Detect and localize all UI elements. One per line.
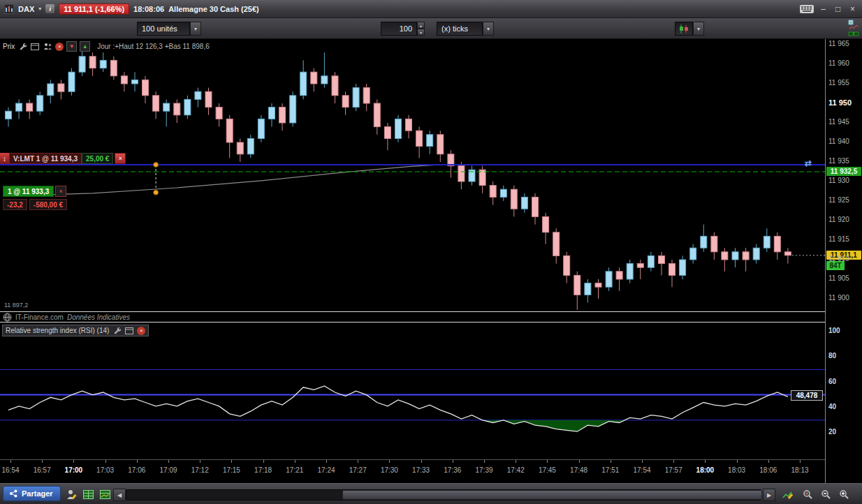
magnifier-minus-icon [821,489,831,500]
order-drag-grip-icon[interactable]: ↕ [0,153,9,164]
close-pane-icon[interactable]: × [55,43,64,51]
order-line-marker-icon[interactable]: ⇄ [805,158,812,168]
time-tick [200,460,200,463]
cancel-order-button[interactable]: × [115,153,126,164]
price-tick-label: 11 900 [828,294,861,302]
rsi-wrench-icon[interactable] [112,326,122,335]
maximize-button[interactable]: □ [833,0,843,18]
time-tick [10,460,11,463]
time-tick-label: 17:36 [440,466,465,474]
time-tick [263,460,264,463]
chart-area: Prix × ▼ ▲ Jour :+Haut 12 126,3 +Bas 11 … [0,39,862,483]
buy-order-icon[interactable]: ▲ [80,41,90,52]
wrench-icon[interactable] [17,42,27,51]
keyboard-icon[interactable] [800,5,814,13]
sell-order-icon[interactable]: ▼ [66,41,77,52]
zoom-in-button[interactable] [837,487,851,501]
interval-stepper[interactable]: ▴ ▾ [417,22,425,36]
time-tick [642,460,643,463]
orders-table-button[interactable] [81,487,95,501]
person-edit-icon [66,489,77,500]
time-tick [358,460,358,463]
titlebar: DAX ▾ i 11 911,1 (-1,66%) 18:08:06 Allem… [0,0,862,18]
time-tick [389,460,390,463]
scrollbar-thumb[interactable] [342,490,762,500]
watermark-note: Données Indicatives [67,313,130,321]
time-tick-label: 17:57 [661,466,686,474]
symbol-dropdown-icon[interactable]: ▾ [38,6,41,12]
rsi-close-icon[interactable]: × [137,327,145,335]
zoom-out-button[interactable] [819,487,833,501]
rsi-title: Relative strength index (RSI) (14) [6,327,109,334]
clock: 18:08:06 [133,5,164,13]
symbol-selector[interactable]: DAX [18,5,34,13]
position-pnl-row: -23,2 -580,00 € [3,199,69,210]
bottom-toolbar: Partager ◀ ▶ [0,483,862,504]
time-tick [326,460,327,463]
time-tick-label: 17:42 [503,466,528,474]
stepper-down-icon[interactable]: ▾ [417,29,425,36]
trading-platform-window: DAX ▾ i 11 911,1 (-1,66%) 18:08:06 Allem… [0,0,862,504]
rsi-pane-header: Relative strength index (RSI) (14) × [2,325,149,336]
price-tick-label: 11 950 [828,98,861,107]
zoom-reset-button[interactable] [801,487,814,501]
price-chart-canvas[interactable] [0,39,825,312]
candlestick-style-icon [678,24,689,34]
price-tick-label: 11 935 [828,157,861,165]
time-tick-label: 17:18 [251,466,276,474]
trader-profile-button[interactable] [64,487,78,501]
chart-scrollbar[interactable] [126,489,761,501]
close-button[interactable]: × [847,0,858,18]
pnl-amount: -580,00 € [29,199,67,210]
order-amount: 25,00 € [82,153,113,164]
time-tick [673,460,674,463]
price-tick-label: 11 930 [828,177,861,184]
price-pane-header: Prix × ▼ ▲ Jour :+Haut 12 126,3 +Bas 11 … [3,41,210,52]
time-tick-label: 16:57 [29,466,54,474]
time-tick [611,460,611,463]
positions-table-button[interactable] [98,487,112,501]
stepper-up-icon[interactable]: ▴ [417,22,425,29]
traders-icon[interactable] [43,42,52,51]
time-tick [421,460,422,463]
info-icon[interactable]: i [45,4,54,13]
pnl-points: -23,2 [3,199,27,210]
rsi-tick-label: 40 [828,403,836,410]
price-tick-label: 11 915 [828,235,861,243]
chart-toolbar: 100 unités ▾ 100 ▴ ▾ (x) ticks ▾ ▾ [0,18,862,39]
rsi-window-icon[interactable] [124,326,134,335]
interval-type-select[interactable]: (x) ticks [437,22,483,36]
rsi-tick-label: 20 [828,428,836,436]
time-tick-label: 17:09 [156,466,181,474]
position-label[interactable]: 1 @ 11 933,3 [3,186,54,197]
minimize-button[interactable]: – [818,0,828,18]
units-select[interactable]: 100 unités [137,22,190,36]
price-tick-label: 11 955 [828,79,861,87]
rsi-chart-canvas[interactable] [0,323,825,459]
chart-style-dropdown-icon[interactable]: ▾ [693,22,704,36]
time-tick [768,460,769,463]
scroll-left-button[interactable]: ◀ [113,489,126,501]
order-label[interactable]: V:LMT 1 @ 11 934,3 [9,153,82,164]
share-button-label: Partager [22,489,53,498]
share-button[interactable]: Partager [3,486,61,501]
price-axis[interactable]: 11 911,1 84T 11 932,5 11 96511 96011 955… [825,39,862,483]
chart-style-button[interactable] [675,22,693,36]
interval-type-dropdown-icon[interactable]: ▾ [483,22,494,36]
units-dropdown-icon[interactable]: ▾ [190,22,201,36]
time-tick [516,460,516,463]
time-tick-label: 17:48 [567,466,592,474]
day-high-low-info: Jour :+Haut 12 126,3 +Bas 11 898,6 [97,43,210,50]
mini-indicator-button[interactable]: + ll [848,20,859,36]
order-tag: ↕ V:LMT 1 @ 11 934,3 25,00 € × [0,153,126,164]
scroll-right-button[interactable]: ▶ [763,489,775,501]
time-axis[interactable]: 16:5416:5717:0017:0317:0617:0917:1217:15… [0,459,825,483]
draw-chart-button[interactable] [781,487,795,501]
price-tick-label: 11 945 [828,118,861,126]
close-position-button[interactable]: × [55,186,66,197]
rsi-tick-label: 60 [828,378,836,385]
time-tick-label: 17:54 [629,466,655,474]
time-tick-label: 17:30 [377,466,402,474]
interval-value-input[interactable]: 100 [381,22,417,36]
pane-window-icon[interactable] [30,42,40,51]
